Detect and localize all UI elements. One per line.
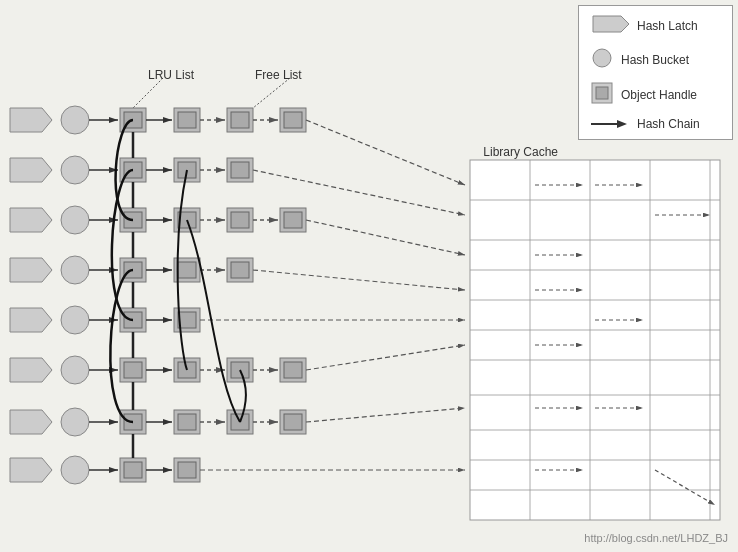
- lru-list-label: LRU List: [148, 68, 194, 82]
- svg-marker-31: [10, 458, 52, 482]
- svg-line-130: [133, 78, 163, 108]
- svg-marker-23: [10, 258, 52, 282]
- svg-rect-98: [178, 414, 196, 430]
- svg-line-114: [253, 270, 465, 290]
- svg-point-20: [61, 156, 89, 184]
- svg-marker-29: [10, 410, 52, 434]
- svg-point-24: [61, 256, 89, 284]
- svg-rect-74: [231, 262, 249, 278]
- svg-rect-107: [124, 462, 142, 478]
- svg-rect-41: [231, 112, 249, 128]
- svg-marker-137: [617, 120, 627, 128]
- legend-label-latch: Hash Latch: [637, 19, 698, 33]
- svg-rect-65: [284, 212, 302, 228]
- bucket-icon: [591, 47, 613, 72]
- legend-box: Hash Latch Hash Bucket Object Handle: [578, 5, 733, 140]
- chain-icon: [591, 117, 629, 131]
- latch-icon: [591, 14, 629, 37]
- legend-item-bucket: Hash Bucket: [591, 47, 720, 72]
- legend-label-chain: Hash Chain: [637, 117, 700, 131]
- svg-line-131: [253, 78, 290, 108]
- legend-item-latch: Hash Latch: [591, 14, 720, 37]
- svg-point-133: [593, 49, 611, 67]
- handle-icon: [591, 82, 613, 107]
- svg-marker-17: [10, 108, 52, 132]
- svg-rect-38: [178, 112, 196, 128]
- svg-rect-92: [284, 362, 302, 378]
- svg-point-22: [61, 206, 89, 234]
- svg-rect-71: [178, 262, 196, 278]
- svg-rect-53: [231, 162, 249, 178]
- legend-item-handle: Object Handle: [591, 82, 720, 107]
- svg-line-117: [306, 408, 465, 422]
- main-canvas: LRU List Free List Library Cache Hash La…: [0, 0, 738, 552]
- legend-item-chain: Hash Chain: [591, 117, 720, 131]
- svg-marker-19: [10, 158, 52, 182]
- watermark: http://blog.csdn.net/LHDZ_BJ: [584, 532, 728, 544]
- svg-point-28: [61, 356, 89, 384]
- svg-rect-44: [284, 112, 302, 128]
- svg-line-116: [306, 345, 465, 370]
- svg-marker-27: [10, 358, 52, 382]
- svg-marker-132: [593, 16, 629, 32]
- svg-rect-135: [596, 87, 608, 99]
- svg-marker-25: [10, 308, 52, 332]
- svg-rect-110: [178, 462, 196, 478]
- svg-line-111: [306, 120, 465, 185]
- legend-label-handle: Object Handle: [621, 88, 697, 102]
- library-cache-label: Library Cache: [483, 145, 558, 159]
- free-list-label: Free List: [255, 68, 302, 82]
- legend-label-bucket: Hash Bucket: [621, 53, 689, 67]
- svg-point-26: [61, 306, 89, 334]
- svg-rect-83: [124, 362, 142, 378]
- svg-marker-21: [10, 208, 52, 232]
- svg-rect-62: [231, 212, 249, 228]
- svg-rect-2: [470, 160, 720, 520]
- svg-line-113: [306, 220, 465, 255]
- svg-point-32: [61, 456, 89, 484]
- svg-rect-104: [284, 414, 302, 430]
- svg-point-30: [61, 408, 89, 436]
- svg-point-18: [61, 106, 89, 134]
